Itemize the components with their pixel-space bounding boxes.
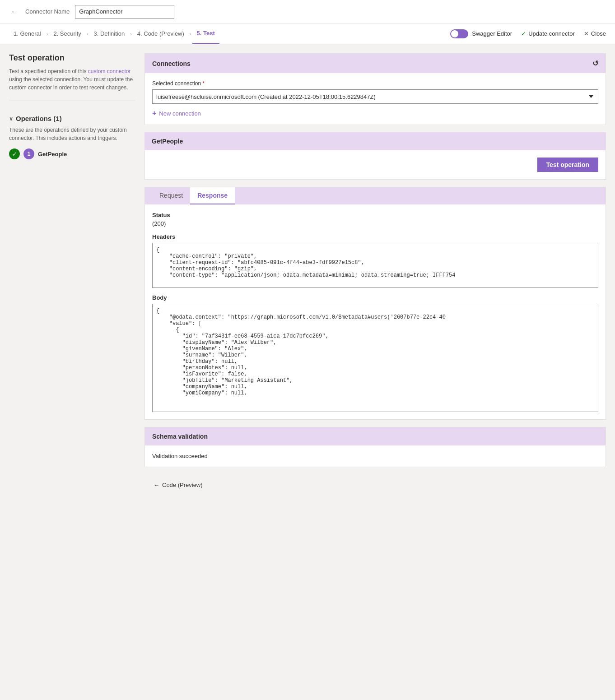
main-content: Test operation Test a specified operatio… xyxy=(0,44,615,700)
right-panel: Connections ↺ Selected connection * luis… xyxy=(144,53,606,691)
update-connector-label: Update connector xyxy=(528,30,575,37)
selected-connection-label: Selected connection * xyxy=(152,80,598,87)
checkmark-icon: ✓ xyxy=(521,30,526,37)
tab-request[interactable]: Request xyxy=(152,187,190,204)
operation-item-getpeople[interactable]: ✓ 1 GetPeople xyxy=(9,148,135,159)
nav-chevron-1: › xyxy=(47,31,48,37)
back-to-code-link[interactable]: ← Code (Preview) xyxy=(154,482,597,488)
connection-select[interactable]: luisefreese@hscluise.onmicrosoft.com (Cr… xyxy=(152,89,598,104)
schema-validation-card: Schema validation Validation succeeded xyxy=(144,427,606,467)
swagger-toggle-switch[interactable] xyxy=(450,29,468,38)
nav-chevron-4: › xyxy=(190,31,191,37)
back-arrow-icon: ← xyxy=(11,8,18,15)
operations-header[interactable]: ∨ Operations (1) xyxy=(9,115,135,122)
body-label: Body xyxy=(152,294,598,301)
nav-chevron-2: › xyxy=(87,31,89,37)
getpeople-body: Test operation xyxy=(144,150,606,180)
nav-chevron-3: › xyxy=(130,31,132,37)
validation-result: Validation succeeded xyxy=(145,445,606,467)
custom-connector-link[interactable]: custom connector xyxy=(88,68,131,74)
close-icon: ✕ xyxy=(584,30,589,37)
close-button[interactable]: ✕ Close xyxy=(584,30,606,37)
operation-check-icon: ✓ xyxy=(9,148,20,159)
tab-response[interactable]: Response xyxy=(190,187,235,204)
nav-step-test[interactable]: 5. Test xyxy=(192,23,219,44)
getpeople-card: GetPeople Test operation xyxy=(144,132,606,180)
nav-step-security[interactable]: 2. Security xyxy=(49,23,85,44)
operation-badge: 1 xyxy=(23,148,34,159)
nav-right-actions: Swagger Editor ✓ Update connector ✕ Clos… xyxy=(450,29,606,38)
nav-step-code[interactable]: 4. Code (Preview) xyxy=(133,23,189,44)
body-content[interactable]: { "@odata.context": "https://graph.micro… xyxy=(152,304,598,412)
close-label: Close xyxy=(591,30,606,37)
chevron-down-icon: ∨ xyxy=(9,116,13,122)
operations-title: Operations (1) xyxy=(16,115,62,122)
back-arrow-bottom-icon: ← xyxy=(154,482,159,488)
request-response-card: Request Response Status (200) Headers { … xyxy=(144,187,606,420)
bottom-nav: ← Code (Preview) xyxy=(144,474,606,496)
tabs-body: Status (200) Headers { "cache-control": … xyxy=(145,204,606,419)
operation-name: GetPeople xyxy=(38,151,67,158)
connector-name-label: Connector Name xyxy=(25,8,70,15)
left-panel: Test operation Test a specified operatio… xyxy=(9,53,135,691)
connector-name-input[interactable] xyxy=(75,5,174,19)
nav-step-general[interactable]: 1. General xyxy=(9,23,46,44)
test-operation-desc: Test a specified operation of this custo… xyxy=(9,67,135,92)
tabs-header: Request Response xyxy=(145,187,606,204)
nav-step-definition[interactable]: 3. Definition xyxy=(89,23,129,44)
nav-bar: 1. General › 2. Security › 3. Definition… xyxy=(0,23,615,44)
top-bar: ← Connector Name xyxy=(0,0,615,23)
getpeople-header: GetPeople xyxy=(144,132,606,150)
operations-desc: These are the operations defined by your… xyxy=(9,126,135,142)
test-operation-title: Test operation xyxy=(9,53,135,63)
headers-content[interactable]: { "cache-control": "private", "client-re… xyxy=(152,243,598,288)
connections-card-body: Selected connection * luisefreese@hsclui… xyxy=(145,73,606,125)
new-connection-button[interactable]: + New connection xyxy=(152,109,201,117)
connections-title: Connections xyxy=(152,60,191,67)
new-connection-label: New connection xyxy=(159,110,201,117)
status-value: (200) xyxy=(152,220,598,227)
swagger-editor-toggle[interactable]: Swagger Editor xyxy=(450,29,512,38)
connections-card-header: Connections ↺ xyxy=(145,54,606,73)
test-operation-button[interactable]: Test operation xyxy=(537,158,598,172)
connections-card: Connections ↺ Selected connection * luis… xyxy=(144,53,606,125)
required-star: * xyxy=(202,80,205,87)
status-label: Status xyxy=(152,212,598,218)
headers-label: Headers xyxy=(152,233,598,240)
refresh-icon[interactable]: ↺ xyxy=(592,59,598,68)
schema-validation-header: Schema validation xyxy=(145,427,606,445)
plus-icon: + xyxy=(152,109,156,117)
swagger-editor-label: Swagger Editor xyxy=(472,30,512,37)
update-connector-button[interactable]: ✓ Update connector xyxy=(521,30,575,37)
back-to-code-label: Code (Preview) xyxy=(162,482,203,488)
divider-1 xyxy=(9,101,135,101)
back-button[interactable]: ← xyxy=(9,6,20,18)
